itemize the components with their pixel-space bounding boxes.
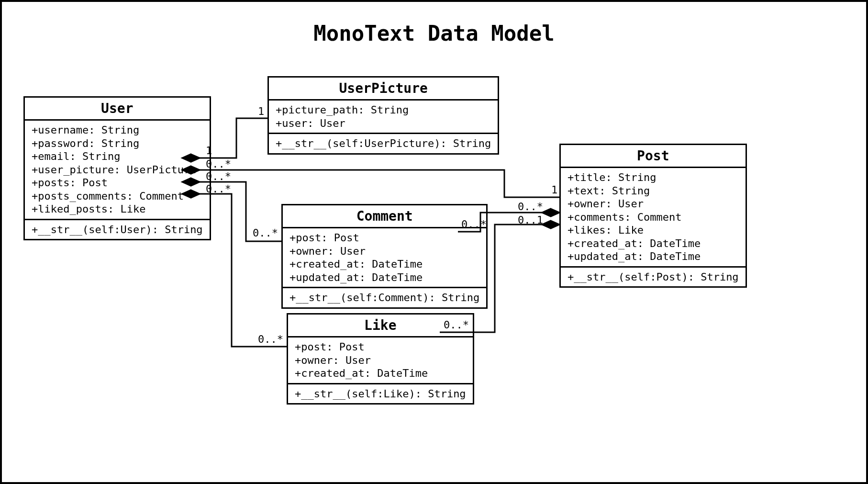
- attr: +created_at: DateTime: [568, 237, 739, 250]
- mult-user-comments: 0..*: [206, 170, 231, 182]
- attr: +post: Post: [295, 340, 466, 354]
- attr: +created_at: DateTime: [289, 258, 479, 271]
- class-post-ops: +__str__(self:Post): String: [561, 268, 746, 287]
- attr: +title: String: [568, 171, 739, 184]
- diagram-frame: MonoText Data Model User +username: Stri…: [0, 0, 868, 484]
- attr: +user_picture: UserPicture: [32, 163, 203, 177]
- mult-comment-post: 0..*: [461, 218, 487, 230]
- attr: +comments: Comment: [568, 211, 739, 224]
- attr: +likes: Like: [568, 224, 739, 237]
- mult-post-comments: 0..*: [518, 201, 543, 213]
- diagram-title: MonoText Data Model: [2, 21, 866, 45]
- op: +__str__(self:Comment): String: [289, 291, 479, 304]
- line-user-post: [200, 170, 559, 197]
- class-userpicture-ops: +__str__(self:UserPicture): String: [269, 134, 498, 153]
- class-post-attrs: +title: String +text: String +owner: Use…: [561, 168, 746, 268]
- class-comment-name: Comment: [283, 205, 486, 228]
- attr: +user: User: [276, 117, 491, 130]
- attr: +posts: Post: [32, 176, 203, 190]
- op: +__str__(self:UserPicture): String: [276, 137, 491, 150]
- class-comment-ops: +__str__(self:Comment): String: [283, 288, 486, 307]
- attr: +updated_at: DateTime: [568, 250, 739, 263]
- attr: +picture_path: String: [276, 103, 491, 117]
- mult-like-user: 0..*: [258, 333, 283, 345]
- class-comment-attrs: +post: Post +owner: User +created_at: Da…: [283, 228, 486, 288]
- diamond-post-1: [542, 209, 559, 216]
- class-user-attrs: +username: String +password: String +ema…: [25, 121, 210, 220]
- attr: +text: String: [568, 184, 739, 198]
- class-user: User +username: String +password: String…: [23, 96, 211, 240]
- attr: +owner: User: [295, 354, 466, 367]
- op: +__str__(self:User): String: [32, 223, 203, 236]
- op: +__str__(self:Like): String: [295, 387, 466, 401]
- class-user-ops: +__str__(self:User): String: [25, 220, 210, 239]
- attr: +owner: User: [568, 197, 739, 211]
- attr: +password: String: [32, 137, 203, 150]
- class-userpicture-name: UserPicture: [269, 78, 498, 101]
- attr: +updated_at: DateTime: [289, 271, 479, 284]
- class-like-ops: +__str__(self:Like): String: [288, 384, 473, 404]
- mult-user-pic-1: 1: [206, 145, 212, 157]
- mult-like-post: 0..*: [444, 319, 469, 331]
- mult-user-pic-2: 1: [258, 105, 264, 117]
- line-user-like: [200, 194, 287, 347]
- mult-post-owner: 1: [551, 184, 557, 196]
- mult-user-likes: 0..*: [206, 183, 231, 195]
- op: +__str__(self:Post): String: [568, 270, 739, 284]
- class-post-name: Post: [561, 145, 746, 168]
- class-user-name: User: [25, 98, 210, 121]
- mult-post-likes: 0..1: [518, 214, 543, 226]
- class-comment: Comment +post: Post +owner: User +create…: [281, 204, 488, 309]
- class-like-attrs: +post: Post +owner: User +created_at: Da…: [288, 338, 473, 384]
- mult-user-posts: 0..*: [206, 158, 231, 170]
- attr: +liked_posts: Like: [32, 203, 203, 216]
- mult-comment-user: 0..*: [253, 227, 278, 239]
- attr: +created_at: DateTime: [295, 367, 466, 380]
- attr: +email: String: [32, 150, 203, 163]
- attr: +owner: User: [289, 245, 479, 258]
- diamond-post-2: [542, 221, 559, 228]
- attr: +posts_comments: Comment: [32, 190, 203, 203]
- attr: +username: String: [32, 124, 203, 137]
- class-userpicture-attrs: +picture_path: String +user: User: [269, 101, 498, 134]
- attr: +post: Post: [289, 231, 479, 245]
- class-post: Post +title: String +text: String +owner…: [559, 144, 747, 288]
- class-userpicture: UserPicture +picture_path: String +user:…: [267, 76, 499, 155]
